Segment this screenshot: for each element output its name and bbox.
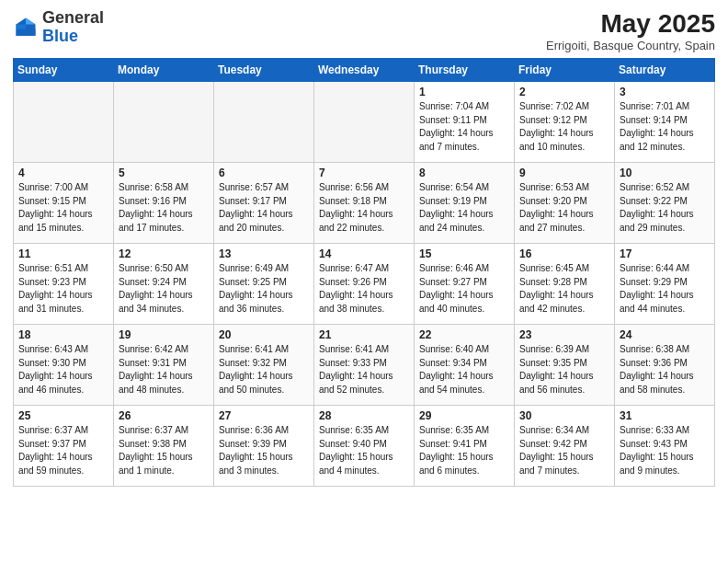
weekday-header-wednesday: Wednesday — [314, 59, 415, 82]
weekday-header-thursday: Thursday — [415, 59, 515, 82]
day-info: Sunrise: 6:35 AM Sunset: 9:41 PM Dayligh… — [419, 424, 509, 477]
day-number: 14 — [319, 247, 409, 260]
day-number: 22 — [419, 328, 509, 341]
calendar-week-row: 18Sunrise: 6:43 AM Sunset: 9:30 PM Dayli… — [14, 325, 715, 406]
calendar-cell: 5Sunrise: 6:58 AM Sunset: 9:16 PM Daylig… — [114, 163, 214, 244]
day-number: 18 — [18, 328, 108, 341]
svg-rect-2 — [17, 29, 36, 36]
weekday-header-saturday: Saturday — [615, 59, 715, 82]
day-number: 26 — [119, 409, 209, 422]
day-number: 23 — [519, 328, 609, 341]
day-info: Sunrise: 6:38 AM Sunset: 9:36 PM Dayligh… — [620, 343, 710, 396]
weekday-header-row: SundayMondayTuesdayWednesdayThursdayFrid… — [14, 59, 715, 82]
logo-general: General — [42, 8, 104, 27]
day-info: Sunrise: 7:01 AM Sunset: 9:14 PM Dayligh… — [620, 100, 710, 154]
calendar-cell: 28Sunrise: 6:35 AM Sunset: 9:40 PM Dayli… — [314, 406, 415, 487]
day-info: Sunrise: 6:37 AM Sunset: 9:38 PM Dayligh… — [119, 424, 209, 477]
calendar-cell: 31Sunrise: 6:33 AM Sunset: 9:43 PM Dayli… — [615, 406, 715, 487]
day-info: Sunrise: 6:41 AM Sunset: 9:32 PM Dayligh… — [219, 343, 309, 396]
calendar-cell — [314, 82, 415, 163]
day-info: Sunrise: 6:40 AM Sunset: 9:34 PM Dayligh… — [419, 343, 509, 396]
calendar-cell: 13Sunrise: 6:49 AM Sunset: 9:25 PM Dayli… — [214, 244, 314, 325]
calendar-cell: 25Sunrise: 6:37 AM Sunset: 9:37 PM Dayli… — [14, 406, 114, 487]
day-number: 19 — [119, 328, 209, 341]
calendar-cell: 1Sunrise: 7:04 AM Sunset: 9:11 PM Daylig… — [415, 82, 515, 163]
day-number: 17 — [620, 247, 710, 260]
day-info: Sunrise: 6:45 AM Sunset: 9:28 PM Dayligh… — [519, 262, 609, 316]
calendar-cell: 26Sunrise: 6:37 AM Sunset: 9:38 PM Dayli… — [114, 406, 214, 487]
calendar-cell: 6Sunrise: 6:57 AM Sunset: 9:17 PM Daylig… — [214, 163, 314, 244]
day-info: Sunrise: 6:39 AM Sunset: 9:35 PM Dayligh… — [519, 343, 609, 396]
title-block: May 2025 Errigoiti, Basque Country, Spai… — [546, 9, 715, 52]
day-info: Sunrise: 6:58 AM Sunset: 9:16 PM Dayligh… — [119, 181, 209, 235]
day-number: 13 — [219, 247, 309, 260]
weekday-header-tuesday: Tuesday — [214, 59, 314, 82]
day-number: 4 — [18, 167, 108, 179]
day-info: Sunrise: 6:43 AM Sunset: 9:30 PM Dayligh… — [18, 343, 108, 396]
day-number: 8 — [419, 167, 509, 179]
calendar-cell: 29Sunrise: 6:35 AM Sunset: 9:41 PM Dayli… — [415, 406, 515, 487]
day-number: 24 — [620, 328, 710, 341]
calendar-cell: 11Sunrise: 6:51 AM Sunset: 9:23 PM Dayli… — [14, 244, 114, 325]
day-info: Sunrise: 6:33 AM Sunset: 9:43 PM Dayligh… — [620, 424, 710, 477]
calendar-cell: 18Sunrise: 6:43 AM Sunset: 9:30 PM Dayli… — [14, 325, 114, 406]
day-number: 30 — [519, 409, 609, 422]
calendar-cell: 14Sunrise: 6:47 AM Sunset: 9:26 PM Dayli… — [314, 244, 415, 325]
month-title: May 2025 — [546, 9, 715, 39]
day-number: 31 — [620, 409, 710, 422]
logo-icon — [13, 15, 39, 40]
day-info: Sunrise: 6:53 AM Sunset: 9:20 PM Dayligh… — [519, 181, 609, 235]
day-info: Sunrise: 6:56 AM Sunset: 9:18 PM Dayligh… — [319, 181, 409, 235]
weekday-header-friday: Friday — [515, 59, 615, 82]
day-number: 25 — [18, 409, 108, 422]
day-number: 1 — [419, 86, 509, 98]
day-number: 27 — [219, 409, 309, 422]
day-info: Sunrise: 6:44 AM Sunset: 9:29 PM Dayligh… — [620, 262, 710, 316]
day-number: 2 — [519, 86, 609, 98]
calendar-cell: 21Sunrise: 6:41 AM Sunset: 9:33 PM Dayli… — [314, 325, 415, 406]
weekday-header-monday: Monday — [114, 59, 214, 82]
calendar-cell: 22Sunrise: 6:40 AM Sunset: 9:34 PM Dayli… — [415, 325, 515, 406]
weekday-header-sunday: Sunday — [14, 59, 114, 82]
day-info: Sunrise: 7:00 AM Sunset: 9:15 PM Dayligh… — [18, 181, 108, 235]
calendar-cell: 9Sunrise: 6:53 AM Sunset: 9:20 PM Daylig… — [515, 163, 615, 244]
svg-marker-1 — [26, 17, 36, 24]
day-info: Sunrise: 6:41 AM Sunset: 9:33 PM Dayligh… — [319, 343, 409, 396]
calendar-cell: 3Sunrise: 7:01 AM Sunset: 9:14 PM Daylig… — [615, 82, 715, 163]
logo: General Blue — [13, 9, 104, 46]
day-info: Sunrise: 6:37 AM Sunset: 9:37 PM Dayligh… — [18, 424, 108, 477]
calendar-cell: 16Sunrise: 6:45 AM Sunset: 9:28 PM Dayli… — [515, 244, 615, 325]
day-number: 11 — [18, 247, 108, 260]
day-number: 29 — [419, 409, 509, 422]
calendar-cell: 30Sunrise: 6:34 AM Sunset: 9:42 PM Dayli… — [515, 406, 615, 487]
day-number: 6 — [219, 167, 309, 179]
day-number: 7 — [319, 167, 409, 179]
day-number: 10 — [620, 167, 710, 179]
day-info: Sunrise: 6:54 AM Sunset: 9:19 PM Dayligh… — [419, 181, 509, 235]
calendar-cell: 2Sunrise: 7:02 AM Sunset: 9:12 PM Daylig… — [515, 82, 615, 163]
day-number: 12 — [119, 247, 209, 260]
calendar-week-row: 1Sunrise: 7:04 AM Sunset: 9:11 PM Daylig… — [14, 82, 715, 163]
calendar-cell: 17Sunrise: 6:44 AM Sunset: 9:29 PM Dayli… — [615, 244, 715, 325]
day-info: Sunrise: 6:34 AM Sunset: 9:42 PM Dayligh… — [519, 424, 609, 477]
svg-rect-3 — [17, 24, 27, 29]
calendar-cell: 27Sunrise: 6:36 AM Sunset: 9:39 PM Dayli… — [214, 406, 314, 487]
day-info: Sunrise: 7:04 AM Sunset: 9:11 PM Dayligh… — [419, 100, 509, 154]
calendar-cell: 19Sunrise: 6:42 AM Sunset: 9:31 PM Dayli… — [114, 325, 214, 406]
day-number: 5 — [119, 167, 209, 179]
calendar-cell: 20Sunrise: 6:41 AM Sunset: 9:32 PM Dayli… — [214, 325, 314, 406]
logo-blue: Blue — [42, 27, 78, 45]
day-info: Sunrise: 6:36 AM Sunset: 9:39 PM Dayligh… — [219, 424, 309, 477]
calendar-week-row: 4Sunrise: 7:00 AM Sunset: 9:15 PM Daylig… — [14, 163, 715, 244]
day-info: Sunrise: 6:47 AM Sunset: 9:26 PM Dayligh… — [319, 262, 409, 316]
calendar-week-row: 11Sunrise: 6:51 AM Sunset: 9:23 PM Dayli… — [14, 244, 715, 325]
calendar-table: SundayMondayTuesdayWednesdayThursdayFrid… — [13, 58, 715, 487]
day-number: 28 — [319, 409, 409, 422]
day-info: Sunrise: 6:46 AM Sunset: 9:27 PM Dayligh… — [419, 262, 509, 316]
calendar-cell — [114, 82, 214, 163]
day-info: Sunrise: 6:49 AM Sunset: 9:25 PM Dayligh… — [219, 262, 309, 316]
day-number: 21 — [319, 328, 409, 341]
day-info: Sunrise: 6:57 AM Sunset: 9:17 PM Dayligh… — [219, 181, 309, 235]
calendar-cell — [214, 82, 314, 163]
day-info: Sunrise: 6:50 AM Sunset: 9:24 PM Dayligh… — [119, 262, 209, 316]
